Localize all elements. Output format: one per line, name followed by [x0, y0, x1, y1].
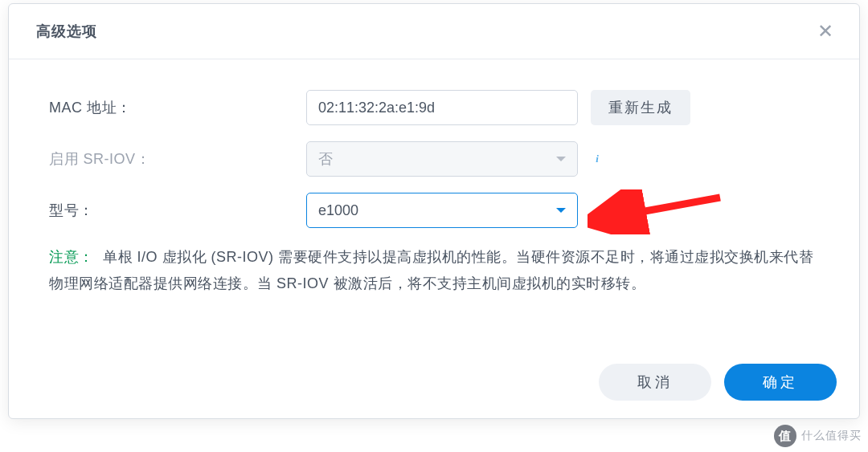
chevron-down-icon	[556, 157, 566, 161]
svg-line-1	[632, 197, 720, 214]
dialog-footer: 取消 确定	[9, 349, 859, 418]
model-select[interactable]: e1000	[306, 193, 578, 228]
watermark-text: 什么值得买	[801, 429, 862, 443]
confirm-button[interactable]: 确定	[724, 364, 837, 401]
dialog-body: MAC 地址： 重新生成 启用 SR-IOV： 否 i 型号： e1000	[9, 59, 859, 306]
mac-address-row: MAC 地址： 重新生成	[49, 90, 819, 125]
note-label: 注意：	[49, 249, 94, 265]
chevron-down-icon	[556, 208, 566, 213]
close-icon[interactable]: ✕	[814, 18, 837, 44]
watermark: 值 什么值得买	[774, 425, 862, 447]
note-paragraph: 注意： 单根 I/O 虚拟化 (SR-IOV) 需要硬件支持以提高虚拟机的性能。…	[49, 244, 819, 298]
mac-address-label: MAC 地址：	[49, 98, 306, 117]
sriov-label: 启用 SR-IOV：	[49, 149, 306, 169]
sriov-value: 否	[318, 149, 333, 169]
watermark-badge: 值	[774, 425, 796, 447]
cancel-button[interactable]: 取消	[599, 364, 711, 401]
arrow-annotation-icon	[588, 189, 732, 234]
model-label: 型号：	[49, 201, 306, 220]
note-text: 单根 I/O 虚拟化 (SR-IOV) 需要硬件支持以提高虚拟机的性能。当硬件资…	[49, 249, 813, 291]
dialog-header: 高级选项 ✕	[9, 4, 859, 59]
info-icon[interactable]: i	[589, 151, 605, 167]
advanced-options-dialog: 高级选项 ✕ MAC 地址： 重新生成 启用 SR-IOV： 否 i 型号： e…	[8, 3, 860, 419]
mac-address-input[interactable]	[306, 90, 578, 125]
sriov-row: 启用 SR-IOV： 否 i	[49, 141, 819, 177]
dialog-title: 高级选项	[36, 22, 97, 41]
sriov-select: 否	[306, 141, 578, 177]
model-row: 型号： e1000	[49, 193, 819, 228]
model-value: e1000	[318, 202, 358, 219]
regenerate-button[interactable]: 重新生成	[591, 90, 690, 125]
